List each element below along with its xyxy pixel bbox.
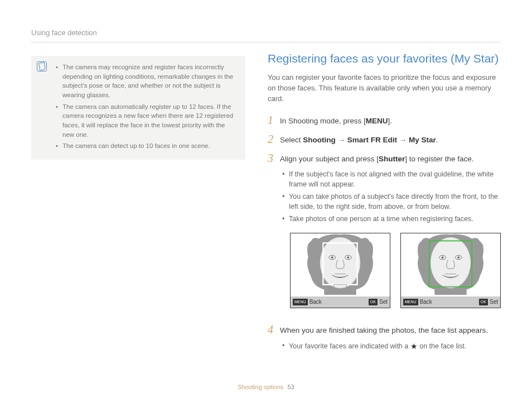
menu-key: MENU — [366, 117, 388, 125]
note-icon — [37, 61, 47, 71]
face-illustration-green — [401, 233, 500, 295]
svg-point-0 — [320, 237, 361, 289]
face-illustration-white — [291, 233, 390, 295]
sub-item: Your favorite faces are indicated with a… — [281, 341, 501, 352]
svg-point-10 — [442, 256, 444, 259]
sub-list: Your favorite faces are indicated with a… — [280, 341, 501, 352]
step-text: When you are finished taking the photos,… — [280, 326, 488, 334]
step-3: 3 Align your subject and press [Shutter]… — [268, 152, 501, 317]
note-list: The camera may recognize and register fa… — [56, 63, 236, 151]
example-screens: MENU Back OK Set — [290, 233, 501, 308]
page-header: Using face detection — [31, 28, 501, 42]
sub-list: If the subject's face is not aligned wit… — [280, 169, 501, 224]
svg-point-11 — [457, 256, 460, 259]
set-label: Set — [379, 298, 388, 307]
step-number: 2 — [268, 133, 275, 145]
step-4: 4 When you are finished taking the photo… — [268, 324, 501, 354]
screen-bar: MENU Back OK Set — [401, 296, 500, 308]
right-column: Registering faces as your favorites (My … — [268, 28, 501, 363]
ok-bar-icon: OK — [479, 299, 488, 305]
step-1: 1 In Shooting mode, press [MENU]. — [268, 114, 501, 127]
arrow-icon: → — [397, 136, 409, 144]
back-label: Back — [420, 298, 432, 307]
step-2: 2 Select Shooting → Smart FR Edit → My S… — [268, 133, 501, 146]
section-intro: You can register your favorite faces to … — [268, 73, 501, 104]
svg-point-3 — [331, 256, 333, 259]
step-number: 3 — [268, 152, 275, 164]
screen-bar: MENU Back OK Set — [291, 296, 390, 308]
sub-item: You can take photos of a subject's face … — [281, 192, 501, 212]
menu-bar-icon: MENU — [403, 299, 418, 305]
note-item: The camera can automatically register up… — [56, 102, 236, 140]
note-item: The camera may recognize and register fa… — [56, 63, 236, 100]
step-text: In Shooting mode, press [MENU]. — [280, 117, 392, 125]
shutter-key: Shutter — [379, 155, 405, 163]
screen-green-frame: MENU Back OK Set — [400, 233, 501, 308]
svg-point-7 — [431, 237, 471, 289]
note-box: The camera may recognize and register fa… — [31, 56, 245, 160]
note-item: The camera can detect up to 10 faces in … — [56, 141, 236, 151]
header-section: Using face detection — [31, 28, 97, 37]
back-label: Back — [309, 298, 322, 307]
page-footer: Shooting options 53 — [0, 383, 532, 392]
footer-section: Shooting options — [238, 384, 283, 390]
svg-point-4 — [347, 256, 349, 259]
page-number: 53 — [287, 384, 294, 390]
step-text: Align your subject and press [Shutter] t… — [280, 155, 473, 163]
star-icon: ★ — [410, 341, 418, 352]
steps-list: 1 In Shooting mode, press [MENU]. 2 Sele… — [268, 114, 501, 354]
set-label: Set — [490, 298, 498, 307]
ok-bar-icon: OK — [369, 299, 378, 305]
step-text: Select Shooting → Smart FR Edit → My Sta… — [280, 136, 438, 144]
step-number: 4 — [268, 324, 275, 335]
arrow-icon: → — [336, 136, 347, 144]
section-title: Registering faces as your favorites (My … — [268, 50, 501, 67]
menu-bar-icon: MENU — [293, 299, 308, 305]
left-column: The camera may recognize and register fa… — [31, 28, 245, 363]
page-content: The camera may recognize and register fa… — [0, 0, 532, 380]
step-number: 1 — [268, 114, 275, 126]
screen-white-frame: MENU Back OK Set — [290, 233, 390, 308]
sub-item: Take photos of one person at a time when… — [281, 214, 501, 224]
sub-item: If the subject's face is not aligned wit… — [281, 169, 501, 189]
